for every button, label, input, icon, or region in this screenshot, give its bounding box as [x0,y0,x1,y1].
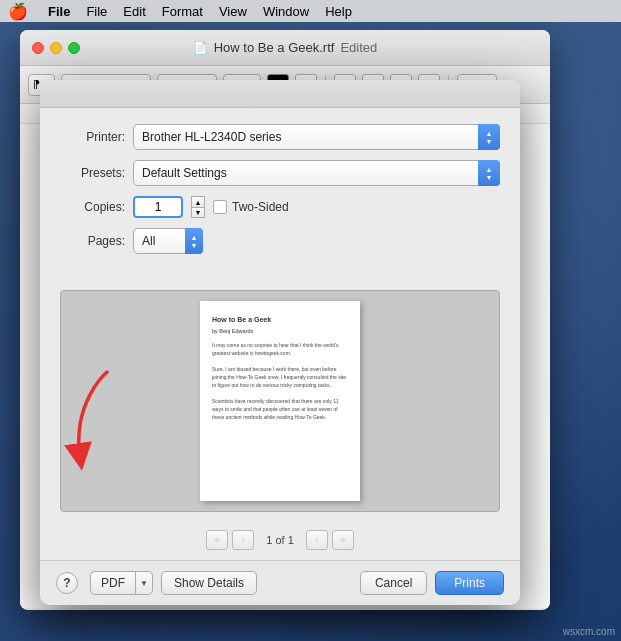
pages-select-wrapper: All ▲ ▼ [133,228,203,254]
copies-input-wrapper: 1 ▲ ▼ Two-Sided [133,196,289,218]
up-arrow-icon: ▲ [486,166,493,173]
cancel-button[interactable]: Cancel [360,571,427,595]
show-details-button[interactable]: Show Details [161,571,257,595]
prev-page-icon: ‹ [242,535,245,545]
paragraph-icon: ⁋ [33,78,40,91]
printer-select-container: Brother HL-L2340D series ▲ ▼ [133,124,500,150]
pages-row: Pages: All ▲ ▼ [60,228,500,254]
printer-select-wrapper: Brother HL-L2340D series ▲ ▼ [133,124,500,150]
printer-label: Printer: [60,130,125,144]
menu-edit[interactable]: Edit [123,4,145,19]
nav-next-button[interactable]: › [306,530,328,550]
up-arrow-icon: ▲ [486,130,493,137]
first-page-icon: « [215,535,220,545]
copies-decrement[interactable]: ▼ [191,207,205,218]
traffic-lights [32,42,80,54]
chevron-down-icon: ▼ [140,579,148,588]
nav-controls: « ‹ 1 of 1 › » [40,522,520,560]
maximize-button[interactable] [68,42,80,54]
presets-row: Presets: Default Settings ▲ ▼ [60,160,500,186]
pages-label: Pages: [60,234,125,248]
pdf-button-group: PDF ▼ [90,571,153,595]
down-arrow-icon: ▼ [191,242,198,249]
two-sided-wrapper: Two-Sided [213,200,289,214]
window-title: 📄 How to Be a Geek.rtf Edited [193,40,378,55]
printer-row: Printer: Brother HL-L2340D series ▲ ▼ [60,124,500,150]
print-button[interactable]: Prints [435,571,504,595]
menu-view[interactable]: View [219,4,247,19]
two-sided-label: Two-Sided [232,200,289,214]
pages-select-arrows[interactable]: ▲ ▼ [185,228,203,254]
watermark: wsxcm.com [563,626,615,637]
presets-label: Presets: [60,166,125,180]
preview-title: How to Be a Geek [212,315,348,326]
copies-row: Copies: 1 ▲ ▼ Two-Sided [60,196,500,218]
preview-author: by Benj Edwards [212,327,348,335]
file-icon: 📄 [193,41,208,55]
print-dialog: Printer: Brother HL-L2340D series ▲ ▼ Pr… [40,80,520,605]
print-dialog-form: Printer: Brother HL-L2340D series ▲ ▼ Pr… [40,108,520,280]
menubar: 🍎 File File Edit Format View Window Help [0,0,621,22]
copies-stepper[interactable]: ▲ ▼ [191,196,205,218]
app-name[interactable]: File [48,4,70,19]
last-page-icon: » [340,535,345,545]
menu-help[interactable]: Help [325,4,352,19]
menu-window[interactable]: Window [263,4,309,19]
presets-select-display[interactable]: Default Settings [133,160,500,186]
presets-select-container: Default Settings ▲ ▼ [133,160,500,186]
title-text: How to Be a Geek.rtf [214,40,335,55]
page-indicator: 1 of 1 [258,534,302,546]
textedit-titlebar: 📄 How to Be a Geek.rtf Edited [20,30,550,66]
copies-input[interactable]: 1 [133,196,183,218]
presets-select-wrapper: Default Settings ▲ ▼ [133,160,500,186]
print-dialog-titlebar [40,80,520,108]
menu-format[interactable]: Format [162,4,203,19]
pdf-button[interactable]: PDF [90,571,135,595]
red-arrow-annotation [52,362,132,486]
print-dialog-footer: ? PDF ▼ Show Details Cancel Prints [40,560,520,605]
printer-select-display[interactable]: Brother HL-L2340D series [133,124,500,150]
apple-menu[interactable]: 🍎 [8,2,28,21]
down-arrow-icon: ▼ [486,138,493,145]
minimize-button[interactable] [50,42,62,54]
preview-body-1: It may come as no surprise to hear that … [212,341,348,357]
copies-increment[interactable]: ▲ [191,196,205,207]
next-page-icon: › [315,535,318,545]
edited-badge: Edited [340,40,377,55]
nav-prev-button[interactable]: ‹ [232,530,254,550]
nav-first-button[interactable]: « [206,530,228,550]
copies-label: Copies: [60,200,125,214]
printer-select-arrows[interactable]: ▲ ▼ [478,124,500,150]
desktop: 🍎 File File Edit Format View Window Help… [0,0,621,641]
pdf-dropdown-button[interactable]: ▼ [135,571,153,595]
help-button[interactable]: ? [56,572,78,594]
two-sided-checkbox[interactable] [213,200,227,214]
preview-page: How to Be a Geek by Benj Edwards It may … [200,301,360,501]
preview-body-2: Sure, I am biased because I work there, … [212,365,348,389]
preview-body-3: Scientists have recently discovered that… [212,397,348,421]
up-arrow-icon: ▲ [191,234,198,241]
down-arrow-icon: ▼ [486,174,493,181]
menu-file[interactable]: File [86,4,107,19]
presets-select-arrows[interactable]: ▲ ▼ [478,160,500,186]
nav-last-button[interactable]: » [332,530,354,550]
close-button[interactable] [32,42,44,54]
